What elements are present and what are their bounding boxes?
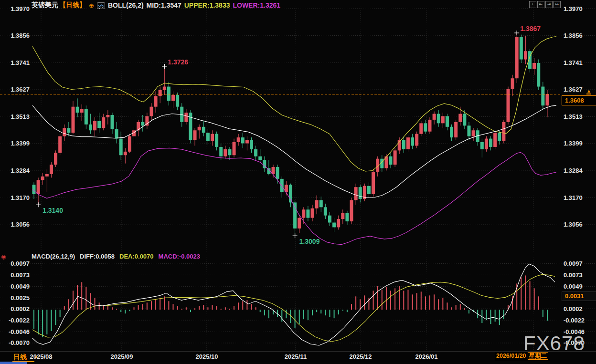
macd-hist-bar bbox=[190, 310, 191, 312]
macd-hist-bar bbox=[142, 304, 143, 310]
macd-hist-bar bbox=[338, 310, 339, 314]
macd-axis-label-right: 0.0073 bbox=[564, 271, 583, 279]
macd-chart[interactable]: 0.00970.00970.00730.00730.00490.00490.00… bbox=[0, 253, 596, 351]
macd-hist-bar bbox=[164, 296, 165, 310]
macd-axis-label-left: 0.0073 bbox=[11, 271, 30, 279]
candle-body bbox=[389, 156, 393, 165]
candle-body bbox=[415, 134, 418, 146]
indicator-chart-icon[interactable] bbox=[97, 2, 105, 9]
candle-body bbox=[454, 122, 458, 137]
candle-body bbox=[184, 113, 188, 122]
price-axis-label-left: 1.3856 bbox=[11, 32, 30, 39]
boll-upper-line bbox=[32, 37, 556, 172]
macd-hist-bar bbox=[394, 288, 395, 310]
candle-body bbox=[154, 96, 158, 106]
candle-body bbox=[398, 140, 401, 150]
candle-body bbox=[63, 128, 66, 136]
macd-hist-bar bbox=[468, 310, 469, 313]
candle-body bbox=[50, 165, 53, 174]
candle-body bbox=[206, 133, 210, 141]
candle-body bbox=[76, 107, 79, 113]
extreme-price-label: 1.3726 bbox=[168, 58, 188, 66]
scale-left-icon[interactable]: ⇤ bbox=[537, 1, 544, 8]
candle-body bbox=[58, 136, 62, 153]
macd-hist-bar bbox=[451, 307, 452, 310]
candle-body bbox=[159, 90, 162, 96]
candle-body bbox=[97, 121, 101, 128]
macd-axis-label-right: 0.0097 bbox=[564, 260, 583, 267]
macd-hist-bar bbox=[530, 281, 531, 310]
indicator-marker-icon[interactable]: ◉ bbox=[1, 253, 6, 260]
macd-hist-bar bbox=[434, 294, 435, 310]
macd-hist-bar bbox=[95, 298, 96, 310]
price-axis-label-right: 1.3627 bbox=[564, 86, 583, 93]
candle-body bbox=[119, 139, 123, 156]
candle-body bbox=[224, 149, 227, 156]
candle-body bbox=[258, 156, 262, 160]
chart-toolbar: + ⇤ ⇥ ↦ bbox=[529, 1, 561, 8]
price-axis-label-right: 1.3513 bbox=[564, 113, 583, 120]
macd-hist-bar bbox=[199, 306, 200, 310]
candle-body bbox=[341, 213, 344, 219]
macd-hist-bar bbox=[212, 305, 213, 310]
bottom-left-accent-bar bbox=[0, 362, 27, 364]
candle-body bbox=[545, 94, 549, 105]
macd-hist-bar bbox=[334, 310, 335, 318]
candle-body bbox=[511, 78, 514, 89]
macd-hist-bar bbox=[181, 309, 182, 310]
macd-hist-bar bbox=[186, 307, 187, 310]
time-axis[interactable]: 日线 ▲ 2025/082025/092025/102025/112025/12… bbox=[0, 351, 596, 362]
candle-body bbox=[306, 209, 309, 218]
macd-hist-bar bbox=[403, 291, 404, 310]
candle-body bbox=[215, 134, 218, 147]
candle-body bbox=[450, 127, 453, 137]
candle-body bbox=[502, 122, 505, 141]
price-axis-label-left: 1.3513 bbox=[11, 113, 30, 120]
macd-axis-label-right: 0.0002 bbox=[564, 305, 583, 312]
candle-body bbox=[171, 95, 175, 101]
macd-hist-bar bbox=[486, 310, 487, 320]
timeframe-tab[interactable]: 日线 bbox=[13, 353, 27, 362]
macd-hist-bar bbox=[51, 310, 52, 331]
macd-hist-bar bbox=[225, 307, 226, 310]
macd-hist-bar bbox=[351, 304, 352, 310]
macd-hist-bar bbox=[316, 310, 317, 312]
macd-hist-bar bbox=[138, 305, 139, 310]
candle-body bbox=[167, 87, 170, 101]
candle-body bbox=[141, 122, 144, 125]
macd-axis-label-left: 0.0025 bbox=[11, 294, 30, 302]
macd-hist-bar bbox=[151, 301, 152, 310]
macd-hist-bar bbox=[412, 294, 413, 310]
candle-body bbox=[149, 107, 153, 116]
candle-body bbox=[437, 114, 440, 124]
macd-hist-bar bbox=[207, 307, 208, 310]
candle-body bbox=[458, 114, 462, 122]
candle-body bbox=[89, 125, 92, 130]
macd-hist-bar bbox=[251, 304, 252, 310]
candle-body bbox=[354, 187, 358, 200]
boll-label: BOLL(26,2) bbox=[108, 1, 144, 9]
macd-hist-bar bbox=[547, 310, 548, 321]
macd-hist-bar bbox=[246, 300, 247, 310]
macd-hist-bar bbox=[268, 310, 269, 318]
candle-body bbox=[193, 130, 197, 140]
pan-icon[interactable]: + bbox=[529, 1, 536, 8]
candle-body bbox=[228, 149, 231, 155]
candle-body bbox=[54, 153, 57, 165]
candle-body bbox=[293, 202, 297, 229]
candle-body bbox=[433, 114, 436, 120]
scale-right-icon[interactable]: ⇥ bbox=[545, 1, 553, 8]
candle-body bbox=[198, 127, 201, 130]
price-axis-label-left: 1.3284 bbox=[11, 167, 30, 174]
macd-axis-label-right: -0.0022 bbox=[564, 317, 585, 324]
candle-body bbox=[110, 115, 114, 129]
macd-axis-label-left: -0.0070 bbox=[9, 339, 30, 346]
macd-hist-bar bbox=[503, 310, 504, 319]
shift-right-icon[interactable]: ↦ bbox=[553, 1, 561, 8]
price-chart[interactable]: 1.38671.37261.31401.30091.39701.39701.38… bbox=[0, 0, 596, 253]
boll-mid-value: MID:1.3547 bbox=[147, 1, 181, 9]
add-indicator-icon[interactable]: ⊕ bbox=[89, 2, 94, 9]
candle-body bbox=[332, 223, 336, 228]
macd-hist-bar bbox=[538, 296, 539, 310]
candle-body bbox=[345, 213, 349, 221]
